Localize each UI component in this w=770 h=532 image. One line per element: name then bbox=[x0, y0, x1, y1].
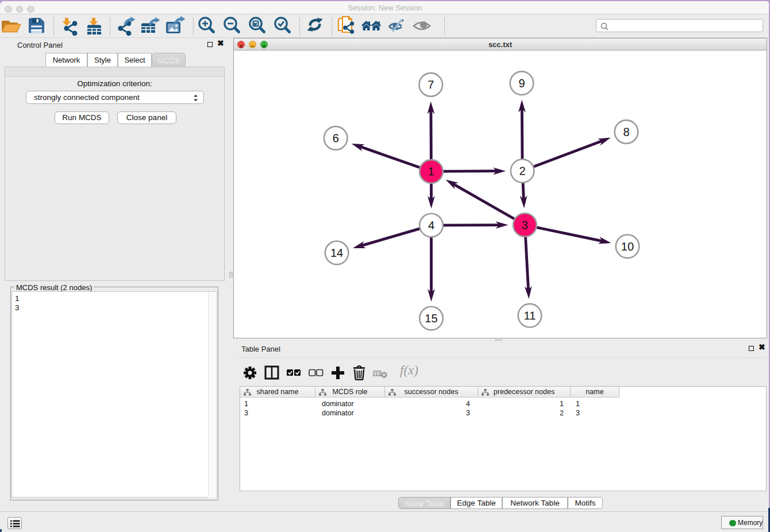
svg-text:7: 7 bbox=[428, 78, 434, 91]
svg-text:11: 11 bbox=[524, 309, 536, 322]
svg-text:1: 1 bbox=[428, 165, 434, 178]
svg-text:6: 6 bbox=[333, 132, 339, 144]
svg-text:8: 8 bbox=[623, 126, 629, 138]
svg-text:9: 9 bbox=[519, 77, 525, 90]
svg-text:4: 4 bbox=[428, 219, 434, 232]
svg-text:3: 3 bbox=[522, 219, 528, 232]
svg-text:14: 14 bbox=[330, 246, 343, 259]
svg-text:15: 15 bbox=[425, 312, 437, 325]
svg-text:10: 10 bbox=[621, 240, 634, 253]
svg-text:2: 2 bbox=[519, 165, 526, 178]
